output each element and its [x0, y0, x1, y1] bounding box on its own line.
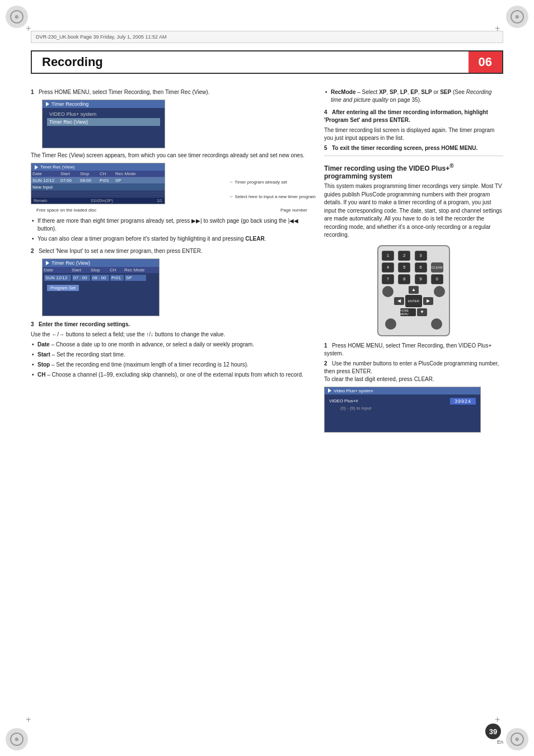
corner-decoration-tl: ⊕ [6, 6, 28, 28]
remote-circle-4 [431, 318, 442, 330]
screen1-body: VIDEO Plus+ system Timer Rec (View) [43, 108, 165, 148]
remote-circle-3 [385, 318, 396, 330]
vplus-body: VIDEO Plus+# 39924 (0) - (9) to input [325, 395, 480, 432]
step2-instruction: Select 'New Input' to set a new timer pr… [39, 248, 203, 254]
remote-enter-btn[interactable]: ENTER [405, 295, 422, 307]
footer-lang: En [485, 739, 503, 745]
remote-btn-7[interactable]: 7 [382, 274, 394, 284]
remote-spacer [402, 318, 425, 330]
step4-desc: The timer recording list screen is displ… [324, 126, 503, 142]
step1-label: 1 [31, 89, 37, 95]
row1-mode: SP [115, 178, 140, 183]
screen-step2-titlebar: Timer Rec (View) [43, 259, 159, 267]
remote-btn-0[interactable]: 0 [431, 274, 443, 284]
screen-step2-arrow [46, 261, 49, 265]
screen1-title: Timer Recording [51, 101, 88, 107]
screen2-arrow-icon [35, 165, 38, 170]
remote-btn-5[interactable]: 5 [398, 262, 410, 273]
page-number-badge: 06 [469, 51, 502, 73]
bullet-start: Start – Set the recording start time. [31, 351, 313, 359]
right-step2-label: 2 [324, 360, 330, 367]
right-column: RecMode – Select XP, SP, LP, EP, SLP or … [324, 83, 503, 725]
remote-btn-2[interactable]: 2 [398, 251, 410, 261]
bullet-stop: Stop – Set the recording end time (maxim… [31, 361, 313, 369]
vplus-label: VIDEO Plus+# [329, 398, 358, 403]
s2-mode: SP [125, 275, 146, 281]
row1-stop: 08:00 [80, 178, 100, 183]
col-recmode: Rec Mode [115, 171, 140, 176]
s2col-start: Start [72, 267, 91, 273]
menu-timer-rec-view: Timer Rec (View) [47, 118, 160, 126]
remote-right-btn[interactable]: ▶ [423, 297, 433, 305]
remote-up-btn[interactable]: ▲ [409, 286, 419, 294]
s2col-ch: CH [110, 267, 124, 273]
vplus-titlebar: Video Plus+ system [325, 387, 480, 395]
s2col-stop: Stop [91, 267, 110, 273]
file-info-text: DVR-230_UK.book Page 39 Friday, July 1, … [36, 34, 166, 40]
new-input-label: New Input [32, 185, 60, 190]
vplus-value: 39924 [450, 398, 476, 405]
vplus-hint: (0) - (9) to input [329, 406, 476, 413]
remote-circle-left [382, 286, 394, 297]
remote-down-btn[interactable]: ▼ [417, 308, 427, 316]
menu-video-plus: VIDEO Plus+ system [47, 110, 160, 118]
remote-home-menu-btn[interactable]: HOME MENU [400, 308, 416, 316]
right-step1-label: 1 [324, 342, 330, 349]
remote-btn-4[interactable]: 4 [382, 262, 394, 273]
left-column: 1 Press HOME MENU, select Timer Recordin… [31, 83, 313, 725]
remote-btn-9[interactable]: 9 [415, 274, 427, 284]
row1-start: 07:00 [60, 178, 80, 183]
bullet-eight-programs: If there are more than eight timer progr… [31, 217, 313, 233]
right-step2-text: Use the number buttons to enter a PlusCo… [324, 360, 499, 374]
bullet-date: Date – Choose a date up to one month in … [31, 341, 313, 349]
footer-page: 1/1 [157, 199, 162, 203]
page-title-area: Recording 06 [31, 50, 503, 74]
remote-btn-6[interactable]: 6 [415, 262, 427, 273]
section2-subtitle: programming system [324, 172, 392, 180]
step5-label: 5 [324, 145, 330, 151]
callout-select-new: ← Select here to input a new timer progr… [229, 194, 316, 199]
step2-text: 2 Select 'New Input' to set a new timer … [31, 247, 313, 255]
right-step1-text: Press HOME MENU, select Timer Recording,… [324, 342, 491, 356]
right-step1-area: 1 Press HOME MENU, select Timer Recordin… [324, 342, 503, 358]
remote-circle-row-2 [382, 318, 446, 330]
remote-circle-row-1: ▲ ◀ ENTER ▶ HOME MENU ▼ [382, 286, 446, 316]
step3-heading: Enter the timer recording settings. [39, 321, 130, 327]
screen1-arrow-icon [46, 102, 49, 106]
remote-row-1: 1 2 3 [382, 251, 446, 261]
vplus-row: VIDEO Plus+# 39924 [329, 397, 476, 406]
col-date: Date [32, 171, 60, 176]
remote-btn-blank [431, 251, 443, 261]
step3-label: 3 [31, 321, 37, 327]
s2-date: SUN 12/12 [44, 275, 71, 281]
callout-area: ← Timer program already set ← Select her… [229, 180, 316, 199]
step1-desc: The Timer Rec (View) screen appears, fro… [31, 152, 313, 159]
table-header: Date Start Stop CH Rec Mode [31, 171, 165, 177]
remote-btn-3[interactable]: 3 [415, 251, 427, 261]
remote-btn-clear[interactable]: CLEAR [431, 262, 443, 273]
callout-free-space: Free space on the loaded disc [36, 208, 96, 213]
remote-bottom-nav: HOME MENU ▼ [400, 308, 427, 316]
vplus-arrow-icon [328, 388, 331, 393]
remote-btn-1[interactable]: 1 [382, 251, 394, 261]
row1-date: SUN 12/12 [32, 178, 60, 183]
program-set-btn-area: Program Set [43, 283, 159, 293]
step4-area: 4 After entering all the timer recording… [324, 109, 503, 124]
bullet-clear-program: You can also clear a timer program befor… [31, 235, 313, 243]
footer-remain: Remain [34, 199, 47, 203]
bottom-callouts: Free space on the loaded disc Page numbe… [31, 208, 313, 213]
bullet-recmode: RecMode – Select XP, SP, LP, EP, SLP or … [324, 88, 503, 104]
s2col-date: Date [44, 267, 72, 273]
remote-left-btn[interactable]: ◀ [394, 297, 404, 305]
remote-row-3: 7 8 9 0 [382, 274, 446, 284]
screen2-title: Timer Rec (View) [40, 165, 74, 170]
screen-timer-rec-view: Timer Rec (View) Date Start Stop CH Rec … [31, 163, 165, 204]
screen-step2-title: Timer Rec (View) [51, 260, 90, 266]
remote-circle-right [434, 286, 445, 297]
section-separator [324, 156, 503, 156]
footer-page-number: 39 [485, 724, 501, 739]
remote-btn-8[interactable]: 8 [398, 274, 410, 284]
program-set-btn: Program Set [47, 285, 79, 291]
step1-text: 1 Press HOME MENU, select Timer Recordin… [31, 88, 313, 96]
section2-heading: Timer recording using the VIDEO Plus+® p… [324, 163, 503, 180]
